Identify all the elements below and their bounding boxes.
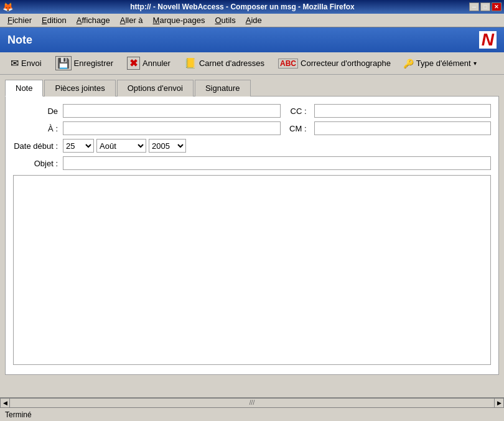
form-panel: De CC : À : CM : [5,96,499,375]
status-bar: Terminé [0,407,504,421]
scroll-track[interactable]: /// [10,398,494,408]
objet-input[interactable] [63,156,491,170]
a-input[interactable] [63,121,281,135]
scroll-left-button[interactable]: ◀ [0,398,10,408]
correcteur-button[interactable]: ABC Correcteur d'orthographe [273,56,396,71]
a-label: À : [13,124,63,133]
menu-aller[interactable]: Aller à [115,14,148,26]
type-label: Type d'élément [416,59,471,68]
menu-fichier[interactable]: Fichier [2,14,37,26]
title-bar: 🦊 http:// - Novell WebAccess - Composer … [0,0,504,14]
app-title: Note [7,34,32,47]
menu-marque-pages[interactable]: Marque-pages [148,14,210,26]
envoi-label: Envoi [21,59,42,68]
de-cc-row: De CC : [13,104,491,118]
tabs-bar: Note Pièces jointes Options d'envoi Sign… [5,80,499,97]
date-label: Date début : [13,141,63,151]
enregistrer-icon: 💾 [55,56,72,70]
minimize-button[interactable]: ─ [469,2,479,11]
tab-note[interactable]: Note [5,80,43,97]
maximize-button[interactable]: □ [480,2,490,11]
correcteur-label: Correcteur d'orthographe [301,59,391,68]
envoi-icon: ✉ [11,57,19,69]
tab-options-envoi[interactable]: Options d'envoi [117,80,194,97]
cc-label: CC : [286,106,310,116]
cm-input[interactable] [314,121,491,135]
app-header: Note N [0,27,504,52]
status-text: Terminé [5,410,32,419]
novell-logo: N [479,31,497,49]
toolbar: ✉ Envoi 💾 Enregistrer ✖ Annuler 📒 Carnet… [0,52,504,75]
type-icon: 🔑 [403,59,414,69]
main-wrapper: Note Pièces jointes Options d'envoi Sign… [0,75,504,380]
tab-signature[interactable]: Signature [195,80,251,97]
carnet-icon: 📒 [184,57,197,69]
date-row: Date début : 25 12345 678910 Août Janvie… [13,139,491,153]
menu-edition[interactable]: Edition [37,14,72,26]
type-dropdown-arrow: ▾ [474,60,477,67]
de-input[interactable] [63,104,281,118]
day-select[interactable]: 25 12345 678910 [63,139,94,153]
window-controls: ─ □ ✕ [469,2,502,11]
menu-outils[interactable]: Outils [210,14,240,26]
annuler-label: Annuler [142,59,170,68]
menu-affichage[interactable]: Affichage [72,14,115,26]
cc-input[interactable] [314,104,491,118]
a-cm-row: À : CM : [13,121,491,135]
envoi-button[interactable]: ✉ Envoi [5,55,47,72]
horizontal-scrollbar: ◀ /// ▶ [0,397,504,407]
menu-bar: Fichier Edition Affichage Aller à Marque… [0,14,504,27]
title-bar-title: http:// - Novell WebAccess - Composer un… [16,2,469,11]
scroll-indicator: /// [250,399,254,406]
message-textarea[interactable] [13,175,491,365]
annuler-icon: ✖ [127,57,140,70]
objet-row: Objet : [13,156,491,170]
type-element-button[interactable]: 🔑 Type d'élément ▾ [399,56,481,71]
scroll-right-button[interactable]: ▶ [494,398,504,408]
title-bar-icon: 🦊 [2,2,13,12]
annuler-button[interactable]: ✖ Annuler [121,54,176,72]
de-label: De [13,106,63,116]
enregistrer-button[interactable]: 💾 Enregistrer [50,54,119,73]
carnet-button[interactable]: 📒 Carnet d'adresses [179,55,270,72]
correcteur-icon: ABC [278,59,298,69]
carnet-label: Carnet d'adresses [199,59,264,68]
close-button[interactable]: ✕ [492,2,502,11]
menu-aide[interactable]: Aide [241,14,267,26]
tab-pieces-jointes[interactable]: Pièces jointes [44,80,115,97]
enregistrer-label: Enregistrer [74,59,114,68]
month-select[interactable]: Août JanvierFévrierMarsAvril MaiJuinJuil… [96,139,146,153]
year-select[interactable]: 2005 2003200420062007 [149,139,186,153]
cm-label: CM : [286,124,310,133]
objet-label: Objet : [13,159,63,168]
